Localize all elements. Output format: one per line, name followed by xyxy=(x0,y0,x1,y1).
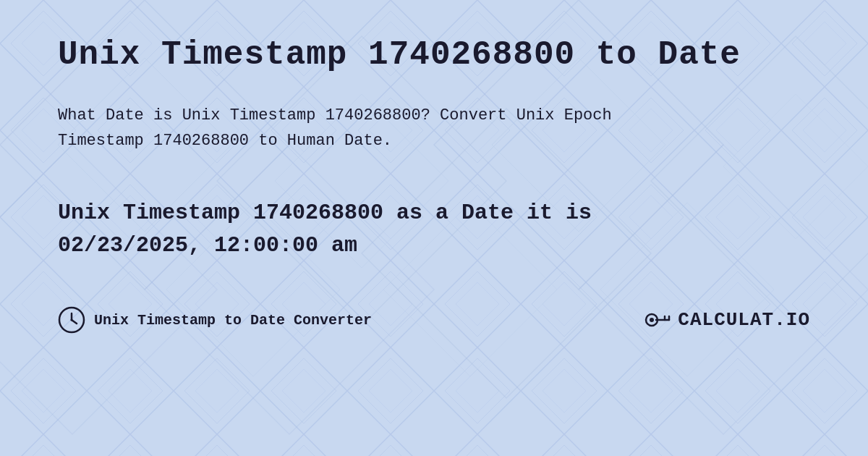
result-line2: 02/23/2025, 12:00:00 am xyxy=(58,229,810,262)
svg-point-25 xyxy=(71,319,73,321)
footer-left: Unix Timestamp to Date Converter xyxy=(58,306,372,334)
description-line1: What Date is Unix Timestamp 1740268800? … xyxy=(58,106,612,124)
page-title: Unix Timestamp 1740268800 to Date xyxy=(58,36,810,74)
clock-icon xyxy=(58,306,85,334)
logo-text: CALCULAT.IO xyxy=(678,309,810,331)
description-line2: Timestamp 1740268800 to Human Date. xyxy=(58,132,392,150)
footer-label: Unix Timestamp to Date Converter xyxy=(94,312,372,329)
description: What Date is Unix Timestamp 1740268800? … xyxy=(58,103,709,153)
result-line1: Unix Timestamp 1740268800 as a Date it i… xyxy=(58,197,810,229)
calculat-logo: CALCULAT.IO xyxy=(643,305,810,334)
footer: Unix Timestamp to Date Converter CALCULA… xyxy=(58,305,810,334)
logo-icon xyxy=(643,305,672,334)
svg-point-30 xyxy=(650,318,654,322)
result-block: Unix Timestamp 1740268800 as a Date it i… xyxy=(58,197,810,262)
